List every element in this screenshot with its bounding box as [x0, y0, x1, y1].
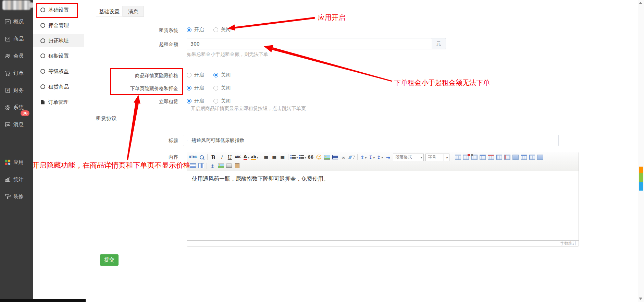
- sidebar-item-decorate[interactable]: 装修: [0, 192, 33, 201]
- ordered-list-button[interactable]: [290, 154, 298, 161]
- arrow-app-on: [234, 18, 315, 28]
- chevron-down-icon: [420, 155, 422, 160]
- table-properties-button[interactable]: [470, 154, 478, 161]
- full-table-button[interactable]: [536, 154, 544, 161]
- page-scrollbar[interactable]: [638, 0, 644, 302]
- italic-button[interactable]: I: [218, 154, 225, 161]
- split-column-icon: [529, 155, 535, 160]
- chevron-down-icon: [381, 155, 383, 160]
- submenu-item-rent-period[interactable]: 租期设置: [33, 49, 84, 62]
- align-right-button[interactable]: [278, 154, 286, 161]
- preview-button[interactable]: [198, 154, 206, 161]
- select-dropdown-button[interactable]: [418, 154, 423, 161]
- radio-on[interactable]: [187, 86, 191, 90]
- line-height-icon: [377, 155, 381, 160]
- delete-table-button[interactable]: [462, 154, 470, 161]
- radio-off[interactable]: [213, 27, 218, 32]
- primary-sidebar: 概况 商品 会员 订单 ¥ 财务 系统 消息 36 应用: [0, 0, 33, 302]
- magnifier-icon: [200, 155, 204, 159]
- submenu-item-level-rights[interactable]: 等级权益: [33, 65, 84, 78]
- apps-icon: [4, 159, 11, 166]
- radio-on[interactable]: [187, 27, 191, 32]
- submenu-item-rental-goods[interactable]: 租赁商品: [33, 80, 84, 93]
- html-source-button[interactable]: HTML: [189, 154, 197, 161]
- radio-off[interactable]: [213, 86, 218, 90]
- split-column-button[interactable]: [528, 154, 536, 161]
- select-dropdown-button[interactable]: [444, 154, 449, 161]
- radio-on[interactable]: [187, 73, 191, 77]
- sidebar-item-label: 概况: [13, 19, 24, 25]
- scroll-down-arrow[interactable]: [639, 298, 642, 300]
- gallery-button[interactable]: [217, 162, 225, 170]
- strikethrough-button[interactable]: ABC: [234, 154, 242, 161]
- emoticon-button[interactable]: [315, 154, 323, 161]
- delete-column-button[interactable]: [503, 154, 511, 161]
- tab-basic-settings[interactable]: 基础设置: [96, 6, 123, 17]
- submenu-item-deposit[interactable]: 押金管理: [33, 19, 84, 32]
- column-insert-icon: [496, 155, 502, 160]
- align-center-button[interactable]: [270, 154, 278, 161]
- sidebar-item-overview[interactable]: 概况: [0, 17, 33, 26]
- highlight-color-button[interactable]: ab: [250, 154, 258, 161]
- annotation-text-min-order: 下单租金小于起租金额无法下单: [394, 78, 490, 87]
- anchor-button[interactable]: [209, 162, 216, 170]
- sidebar-item-label: 装修: [13, 193, 24, 200]
- radio-off[interactable]: [213, 73, 218, 77]
- underline-button[interactable]: U: [226, 154, 234, 161]
- sidebar-item-finance[interactable]: ¥ 财务: [0, 86, 33, 94]
- scroll-up-arrow[interactable]: [639, 2, 642, 4]
- instant-rent-label: 立即租赁: [96, 99, 178, 105]
- message-count-badge: 36: [21, 110, 29, 116]
- sidebar-item-orders[interactable]: 订单: [0, 69, 33, 77]
- avatar[interactable]: [2, 0, 30, 10]
- font-color-button[interactable]: A: [242, 154, 250, 161]
- stripe-cols-icon: [198, 163, 204, 168]
- delete-row-button[interactable]: [487, 154, 495, 161]
- align-left-button[interactable]: [262, 154, 270, 161]
- stripe-cols-table-button[interactable]: [197, 162, 205, 170]
- space-bottom-button[interactable]: [368, 154, 375, 161]
- space-top-button[interactable]: [359, 154, 367, 161]
- sidebar-item-messages[interactable]: 消息: [0, 120, 33, 129]
- agreement-title-input[interactable]: [183, 135, 559, 146]
- paragraph-format-select[interactable]: 段落格式: [393, 154, 424, 161]
- remove-format-button[interactable]: [348, 154, 356, 161]
- insert-table-button[interactable]: [454, 154, 462, 161]
- submit-button[interactable]: 提交: [100, 254, 119, 266]
- sidebar-item-goods[interactable]: 商品: [0, 35, 33, 43]
- submenu-item-return-address[interactable]: 归还地址: [33, 34, 84, 47]
- insert-column-button[interactable]: [495, 154, 503, 161]
- insert-row-button[interactable]: [479, 154, 486, 161]
- insert-image-button[interactable]: [323, 154, 331, 161]
- radio-on[interactable]: [187, 99, 191, 104]
- blockquote-button[interactable]: 66: [307, 154, 314, 161]
- sidebar-item-members[interactable]: 会员: [0, 52, 33, 60]
- editor-content[interactable]: 使用通风药一瓶，尿酸指数下降即可退押金，免费使用。: [187, 171, 579, 241]
- tab-messages[interactable]: 消息: [123, 6, 144, 17]
- link-button[interactable]: [339, 154, 347, 161]
- radio-off[interactable]: [213, 99, 218, 104]
- editor-statusbar: 字数统计: [187, 240, 579, 246]
- submenu-item-order-manage[interactable]: 订单管理: [33, 96, 84, 109]
- merge-cells-button[interactable]: [511, 154, 519, 161]
- chevron-down-icon: [247, 155, 249, 160]
- goods-icon: [4, 36, 11, 42]
- chevron-down-icon: [256, 155, 258, 160]
- unordered-list-button[interactable]: [298, 154, 306, 161]
- bold-button[interactable]: B: [209, 154, 217, 161]
- font-size-select[interactable]: 字号: [425, 154, 449, 161]
- line-height-button[interactable]: [376, 154, 384, 161]
- paste-button[interactable]: [233, 162, 241, 170]
- start-amount-input[interactable]: [187, 38, 432, 49]
- sidebar-item-apps[interactable]: 应用: [0, 158, 33, 166]
- split-row-button[interactable]: [520, 154, 528, 161]
- window-bottom-edge: [0, 299, 86, 302]
- overview-icon: [4, 19, 11, 25]
- indent-button[interactable]: [384, 154, 392, 161]
- agreement-section-title: 租赁协议: [96, 115, 116, 122]
- eraser-icon: [348, 156, 355, 159]
- sidebar-item-stats[interactable]: 统计: [0, 175, 33, 183]
- sidebar-item-system[interactable]: 系统: [0, 103, 33, 111]
- insert-video-button[interactable]: [331, 154, 339, 161]
- print-button[interactable]: [225, 162, 233, 170]
